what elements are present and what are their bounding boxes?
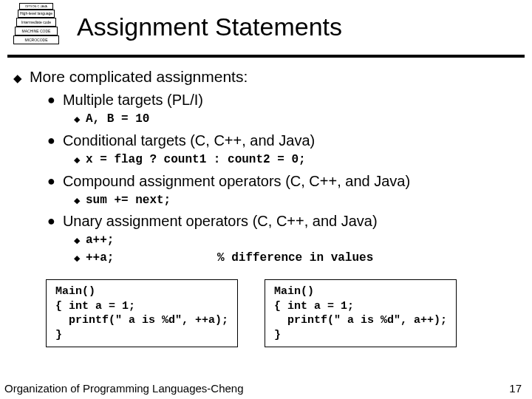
bullet-l3: ◆ ++a; % difference in values	[74, 250, 519, 267]
slide-body: ◆ More complicated assignments: ● Multip…	[0, 58, 532, 347]
level-0: OPTION C JAVA	[19, 3, 53, 10]
bullet-l3: ◆ sum += next;	[74, 193, 519, 209]
footer-text: Organization of Programming Languages-Ch…	[4, 382, 244, 395]
page-number: 17	[509, 382, 522, 395]
bullet-l2-text: Conditional targets (C, C++, and Java)	[63, 131, 315, 151]
code-snippet: A, B = 10	[86, 112, 149, 128]
slide-header: OPTION C JAVA High-level language Interm…	[0, 0, 532, 50]
bullet-l2-text: Unary assignment operators (C, C++, and …	[63, 211, 378, 231]
bullet-l2-text: Compound assignment operators (C, C++, a…	[63, 171, 410, 191]
disc-bullet-icon: ●	[47, 91, 55, 109]
bullet-l2: ● Unary assignment operators (C, C++, an…	[47, 211, 519, 231]
bullet-l2: ● Multiple targets (PL/I)	[47, 90, 519, 110]
level-2: Intermediate code	[16, 18, 56, 27]
diamond-bullet-icon: ◆	[13, 71, 22, 86]
bullet-l2: ● Conditional targets (C, C++, and Java)	[47, 131, 519, 151]
diamond-bullet-icon: ◆	[74, 114, 80, 125]
level-4: MICROCODE	[13, 35, 59, 44]
slide-title: Assignment Statements	[77, 13, 342, 41]
diamond-bullet-icon: ◆	[74, 154, 80, 166]
code-box-left: Main() { int a = 1; printf(" a is %d", +…	[46, 279, 238, 347]
bullet-l2-text: Multiple targets (PL/I)	[63, 90, 203, 110]
bullet-l1-text: More complicated assignments:	[30, 66, 248, 87]
levels-icon: OPTION C JAVA High-level language Interm…	[3, 3, 68, 50]
disc-bullet-icon: ●	[47, 212, 55, 230]
bullet-l2-list: ● Multiple targets (PL/I) ◆ A, B = 10 ● …	[47, 90, 519, 266]
level-1: High-level language	[18, 10, 55, 18]
slide: OPTION C JAVA High-level language Interm…	[0, 0, 532, 399]
code-comment: % difference in values	[217, 250, 373, 267]
bullet-l3: ◆ x = flag ? count1 : count2 = 0;	[74, 152, 519, 168]
bullet-l3: ◆ A, B = 10	[74, 112, 519, 128]
bullet-l1: ◆ More complicated assignments:	[13, 66, 519, 87]
code-snippet: sum += next;	[86, 193, 171, 209]
diamond-bullet-icon: ◆	[74, 253, 80, 264]
diamond-bullet-icon: ◆	[74, 235, 80, 246]
level-3: MACHINE CODE	[15, 27, 58, 35]
code-snippet: ++a;	[86, 250, 211, 267]
disc-bullet-icon: ●	[47, 172, 55, 190]
code-box-right: Main() { int a = 1; printf(" a is %d", a…	[265, 279, 457, 347]
code-boxes: Main() { int a = 1; printf(" a is %d", +…	[46, 279, 519, 347]
diamond-bullet-icon: ◆	[74, 195, 80, 206]
code-snippet: a++;	[86, 233, 114, 249]
disc-bullet-icon: ●	[47, 132, 55, 149]
bullet-l3: ◆ a++;	[74, 233, 519, 249]
bullet-l2: ● Compound assignment operators (C, C++,…	[47, 171, 519, 191]
code-snippet: x = flag ? count1 : count2 = 0;	[86, 152, 306, 168]
